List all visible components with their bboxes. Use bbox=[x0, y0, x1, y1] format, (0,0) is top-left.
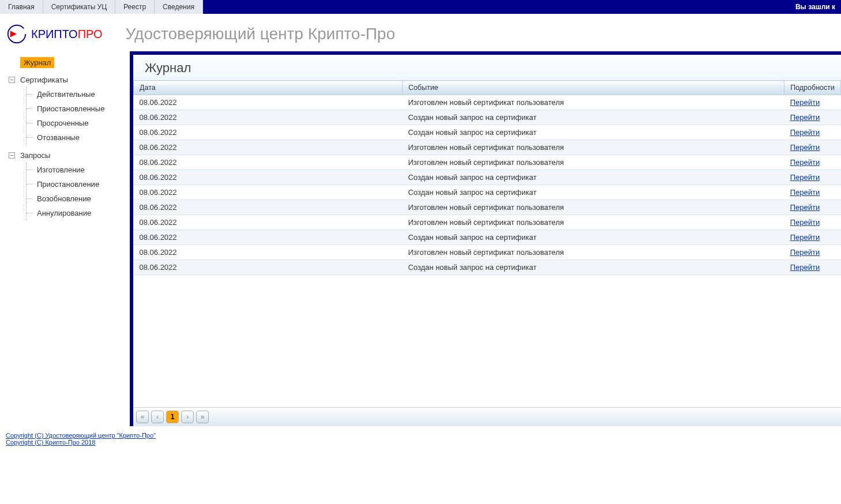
details-link[interactable]: Перейти bbox=[790, 128, 820, 137]
cell-date: 08.06.2022 bbox=[134, 95, 403, 110]
details-link[interactable]: Перейти bbox=[790, 188, 820, 197]
cell-date: 08.06.2022 bbox=[134, 170, 403, 185]
pager-prev-button[interactable]: ‹ bbox=[151, 411, 164, 423]
table-header-cell[interactable]: Событие bbox=[402, 81, 784, 95]
pager-page-1[interactable]: 1 bbox=[166, 411, 179, 423]
table-row: 08.06.2022Создан новый запрос на сертифи… bbox=[134, 230, 841, 245]
details-link[interactable]: Перейти bbox=[790, 218, 820, 227]
sidebar-leaf[interactable]: Приостановленные bbox=[27, 101, 130, 116]
cell-event: Изготовлен новый сертификат пользователя bbox=[402, 245, 784, 260]
content-title: Журнал bbox=[133, 55, 841, 80]
cell-date: 08.06.2022 bbox=[134, 200, 403, 215]
table-row: 08.06.2022Изготовлен новый сертификат по… bbox=[134, 95, 841, 110]
sidebar-group-requests: − Запросы ИзготовлениеПриостановлениеВоз… bbox=[9, 151, 130, 220]
cell-event: Изготовлен новый сертификат пользователя bbox=[402, 155, 784, 170]
cell-date: 08.06.2022 bbox=[134, 110, 403, 125]
header: КРИПТОПРО Удостоверяющий центр Крипто-Пр… bbox=[0, 14, 841, 51]
footer: Copyright (C) Удостоверяющий центр "Крип… bbox=[0, 426, 841, 446]
details-link[interactable]: Перейти bbox=[790, 263, 820, 272]
sidebar-leaf[interactable]: Приостановление bbox=[27, 177, 130, 191]
cell-event: Изготовлен новый сертификат пользователя bbox=[402, 215, 784, 230]
sidebar-leaf[interactable]: Отозванные bbox=[27, 130, 130, 145]
top-menu: ГлавнаяСертификаты УЦРеестрСведения bbox=[0, 0, 203, 14]
sidebar-item-journal[interactable]: Журнал bbox=[20, 57, 54, 68]
table-row: 08.06.2022Создан новый запрос на сертифи… bbox=[134, 125, 841, 140]
page-title: Удостоверяющий центр Крипто-Про bbox=[125, 25, 395, 43]
svg-marker-0 bbox=[10, 31, 17, 37]
cell-event: Создан новый запрос на сертификат bbox=[402, 230, 784, 245]
cell-date: 08.06.2022 bbox=[134, 155, 403, 170]
topmenu-item[interactable]: Реестр bbox=[115, 0, 155, 14]
details-link[interactable]: Перейти bbox=[790, 248, 820, 257]
login-info: Вы зашли к bbox=[795, 3, 835, 11]
cell-date: 08.06.2022 bbox=[134, 140, 403, 155]
details-link[interactable]: Перейти bbox=[790, 143, 820, 152]
details-link[interactable]: Перейти bbox=[790, 233, 820, 242]
cell-date: 08.06.2022 bbox=[134, 230, 403, 245]
cell-event: Создан новый запрос на сертификат bbox=[402, 110, 784, 125]
topmenu-item[interactable]: Главная bbox=[0, 0, 43, 14]
cell-event: Создан новый запрос на сертификат bbox=[402, 185, 784, 200]
table-row: 08.06.2022Изготовлен новый сертификат по… bbox=[134, 140, 841, 155]
details-link[interactable]: Перейти bbox=[790, 158, 820, 167]
content-area: Журнал ДатаСобытиеПодробности 08.06.2022… bbox=[130, 51, 841, 426]
table-row: 08.06.2022Создан новый запрос на сертифи… bbox=[134, 170, 841, 185]
sidebar-leaf[interactable]: Возобновление bbox=[27, 191, 130, 206]
details-link[interactable]: Перейти bbox=[790, 173, 820, 182]
cell-event: Создан новый запрос на сертификат bbox=[402, 170, 784, 185]
top-bar: ГлавнаяСертификаты УЦРеестрСведения Вы з… bbox=[0, 0, 841, 14]
cell-event: Изготовлен новый сертификат пользователя bbox=[402, 140, 784, 155]
pager-last-button[interactable]: » bbox=[196, 411, 209, 423]
footer-link-2[interactable]: Copyright (C) Крипто-Про 2018 bbox=[6, 439, 835, 446]
cell-date: 08.06.2022 bbox=[134, 215, 403, 230]
cell-date: 08.06.2022 bbox=[134, 125, 403, 140]
sidebar-leaf[interactable]: Действительные bbox=[27, 87, 130, 101]
pager-first-button[interactable]: « bbox=[136, 411, 149, 423]
sidebar-leaf[interactable]: Изготовление bbox=[27, 163, 130, 177]
sidebar-leaf[interactable]: Аннулирование bbox=[27, 206, 130, 220]
table-row: 08.06.2022Изготовлен новый сертификат по… bbox=[134, 200, 841, 215]
cell-date: 08.06.2022 bbox=[134, 185, 403, 200]
table-row: 08.06.2022Изготовлен новый сертификат по… bbox=[134, 215, 841, 230]
cell-date: 08.06.2022 bbox=[134, 260, 403, 275]
footer-link-1[interactable]: Copyright (C) Удостоверяющий центр "Крип… bbox=[6, 432, 835, 439]
sidebar-leaf[interactable]: Просроченные bbox=[27, 116, 130, 130]
sidebar: Журнал − Сертификаты ДействительныеПриос… bbox=[0, 51, 130, 426]
table-row: 08.06.2022Создан новый запрос на сертифи… bbox=[134, 260, 841, 275]
details-link[interactable]: Перейти bbox=[790, 113, 820, 122]
table-row: 08.06.2022Изготовлен новый сертификат по… bbox=[134, 245, 841, 260]
sidebar-group-certificates: − Сертификаты ДействительныеПриостановле… bbox=[9, 75, 130, 145]
logo-text-1: КРИПТО bbox=[31, 28, 78, 40]
table-row: 08.06.2022Изготовлен новый сертификат по… bbox=[134, 155, 841, 170]
details-link[interactable]: Перейти bbox=[790, 203, 820, 212]
details-link[interactable]: Перейти bbox=[790, 98, 820, 107]
topmenu-item[interactable]: Сертификаты УЦ bbox=[43, 0, 115, 14]
logo-icon bbox=[6, 22, 28, 46]
table-header-cell[interactable]: Подробности bbox=[784, 81, 841, 95]
logo: КРИПТОПРО bbox=[6, 22, 102, 46]
collapse-icon[interactable]: − bbox=[9, 77, 15, 83]
pager-next-button[interactable]: › bbox=[181, 411, 194, 423]
pager-bar: « ‹ 1 › » bbox=[133, 407, 841, 426]
table-row: 08.06.2022Создан новый запрос на сертифи… bbox=[134, 110, 841, 125]
journal-table: ДатаСобытиеПодробности 08.06.2022Изготов… bbox=[133, 80, 841, 275]
table-row: 08.06.2022Создан новый запрос на сертифи… bbox=[134, 185, 841, 200]
sidebar-item-certificates[interactable]: Сертификаты bbox=[9, 75, 130, 85]
table-header-cell[interactable]: Дата bbox=[134, 81, 403, 95]
cell-event: Изготовлен новый сертификат пользователя bbox=[402, 95, 784, 110]
sidebar-item-requests[interactable]: Запросы bbox=[9, 151, 130, 160]
cell-event: Создан новый запрос на сертификат bbox=[402, 125, 784, 140]
logo-text-2: ПРО bbox=[78, 28, 103, 40]
cell-event: Создан новый запрос на сертификат bbox=[402, 260, 784, 275]
cell-date: 08.06.2022 bbox=[134, 245, 403, 260]
cell-event: Изготовлен новый сертификат пользователя bbox=[402, 200, 784, 215]
collapse-icon[interactable]: − bbox=[9, 152, 15, 159]
topmenu-item[interactable]: Сведения bbox=[155, 0, 203, 14]
